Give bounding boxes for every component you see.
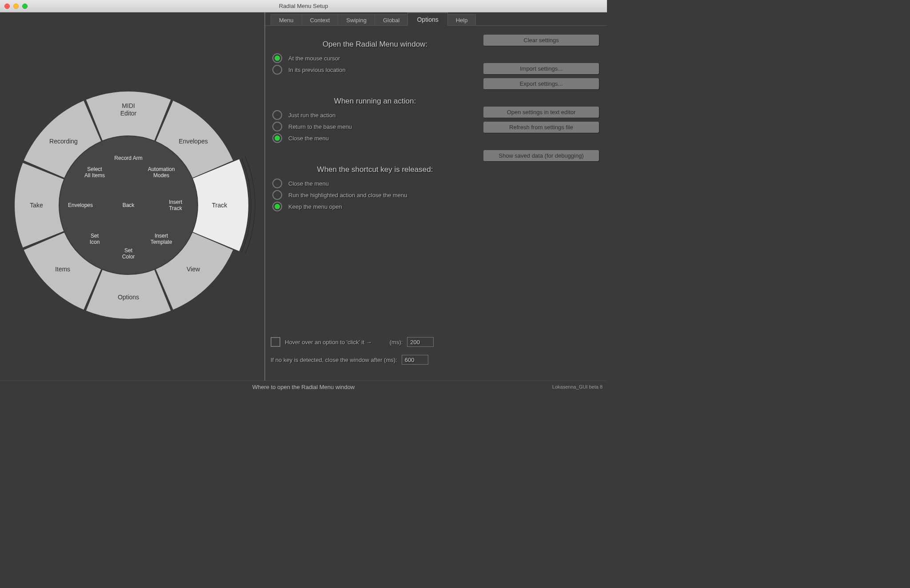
- heading-open: Open the Radial Menu window:: [271, 40, 479, 49]
- radio-label: Run the highlighted action and close the…: [288, 192, 407, 199]
- minimize-icon[interactable]: [13, 4, 19, 9]
- radial-svg: [0, 12, 264, 381]
- tab-swiping[interactable]: Swiping: [338, 14, 375, 25]
- radio-icon[interactable]: [272, 133, 282, 143]
- radial-inner-disk: [60, 136, 197, 274]
- window-title: Radial Menu Setup: [0, 3, 607, 9]
- tab-options[interactable]: Options: [407, 12, 447, 26]
- tab-menu[interactable]: Menu: [271, 14, 302, 25]
- radial-outer-options[interactable]: [86, 270, 171, 319]
- main-split: MIDI Editor Envelopes Track View Options…: [0, 12, 607, 381]
- nokey-label: If no key is detected, close the window …: [271, 357, 397, 363]
- settings-pane: Menu Context Swiping Global Options Help…: [265, 12, 607, 381]
- radio-icon[interactable]: [272, 190, 282, 200]
- nokey-ms-field[interactable]: 600: [402, 355, 428, 365]
- radio-release-close[interactable]: Close the menu: [272, 179, 479, 188]
- tab-context[interactable]: Context: [302, 14, 339, 25]
- hover-ms-field[interactable]: 200: [407, 337, 434, 347]
- radio-icon[interactable]: [272, 53, 282, 63]
- zoom-icon[interactable]: [22, 4, 28, 9]
- radio-label: Close the menu: [288, 180, 329, 187]
- tab-help[interactable]: Help: [447, 14, 476, 25]
- radio-open-previous[interactable]: In its previous location: [272, 65, 479, 75]
- radio-label: At the mouse cursor: [288, 55, 340, 62]
- radio-action-just-run[interactable]: Just run the action: [272, 110, 479, 120]
- titlebar: Radial Menu Setup: [0, 0, 607, 12]
- radio-label: Return to the base menu: [288, 123, 352, 130]
- heading-action: When running an action:: [271, 97, 479, 106]
- statusbar: Where to open the Radial Menu window Lok…: [0, 381, 607, 393]
- radio-label: Just run the action: [288, 112, 335, 119]
- hover-ms-label: (ms):: [390, 339, 403, 346]
- radial-outer-midi-editor[interactable]: [86, 91, 171, 140]
- radio-label: Close the menu: [288, 135, 329, 142]
- heading-release: When the shortcut key is released:: [271, 165, 479, 174]
- bottom-inputs: Hover over an option to 'click' it → (ms…: [271, 329, 475, 373]
- clear-settings-button[interactable]: Clear settings: [483, 35, 599, 46]
- status-hint: Where to open the Radial Menu window: [252, 384, 355, 390]
- radio-icon[interactable]: [272, 122, 282, 131]
- open-text-editor-button[interactable]: Open settings in text editor: [483, 107, 599, 118]
- tab-global[interactable]: Global: [375, 14, 408, 25]
- radio-icon[interactable]: [272, 202, 282, 211]
- radial-outer-take[interactable]: [15, 163, 64, 247]
- radio-icon[interactable]: [272, 110, 282, 120]
- radio-label: In its previous location: [288, 67, 346, 73]
- radio-release-run-close[interactable]: Run the highlighted action and close the…: [272, 190, 479, 200]
- radio-open-cursor[interactable]: At the mouse cursor: [272, 53, 479, 63]
- options-column: Open the Radial Menu window: At the mous…: [271, 32, 479, 213]
- side-buttons: Clear settings Import settings... Export…: [483, 35, 599, 165]
- status-credit: Lokasenna_GUI beta 8: [552, 384, 603, 389]
- window-controls: [4, 4, 28, 9]
- hover-click-label: Hover over an option to 'click' it →: [285, 339, 372, 346]
- radio-icon[interactable]: [272, 179, 282, 188]
- radio-icon[interactable]: [272, 65, 282, 75]
- radio-action-return-base[interactable]: Return to the base menu: [272, 122, 479, 131]
- hover-click-checkbox[interactable]: [271, 337, 280, 347]
- close-icon[interactable]: [4, 4, 10, 9]
- import-settings-button[interactable]: Import settings...: [483, 63, 599, 74]
- radial-stage: MIDI Editor Envelopes Track View Options…: [0, 12, 264, 381]
- export-settings-button[interactable]: Export settings...: [483, 78, 599, 89]
- radio-label: Keep the menu open: [288, 203, 342, 210]
- refresh-settings-button[interactable]: Refresh from settings file: [483, 122, 599, 133]
- radial-preview-pane: MIDI Editor Envelopes Track View Options…: [0, 12, 264, 381]
- tabs-row: Menu Context Swiping Global Options Help: [265, 12, 607, 26]
- radio-release-keep-open[interactable]: Keep the menu open: [272, 202, 479, 211]
- radio-action-close[interactable]: Close the menu: [272, 133, 479, 143]
- show-debug-button[interactable]: Show saved data (for debugging): [483, 150, 599, 161]
